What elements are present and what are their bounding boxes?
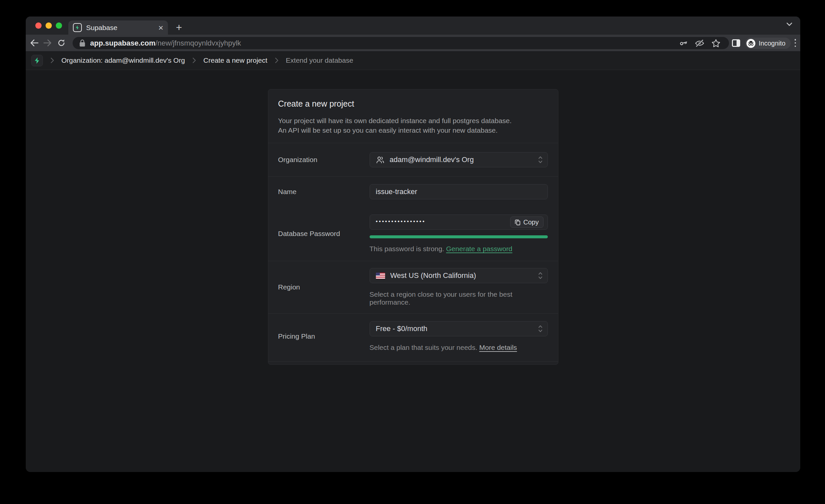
window-minimize-button[interactable] [46, 22, 52, 29]
organization-label: Organization [278, 156, 370, 164]
breadcrumb-item-organization[interactable]: Organization: adam@windmill.dev's Org [61, 57, 185, 64]
bookmark-star-icon[interactable] [711, 39, 721, 48]
url-domain: app.supabase.com [90, 39, 155, 47]
select-chevrons-icon [538, 155, 543, 164]
incognito-spy-icon [746, 39, 755, 48]
name-password-section: Name issue-tracker Database Password •••… [268, 176, 558, 261]
password-label: Database Password [278, 230, 370, 238]
breadcrumb-item-extend-database: Extend your database [286, 57, 353, 64]
breadcrumb-chevron-icon [274, 57, 279, 64]
region-label: Region [278, 283, 370, 291]
tab-strip: Supabase × + [26, 16, 800, 34]
copy-icon [515, 219, 520, 225]
incognito-badge[interactable]: Incognito [745, 38, 791, 49]
card-footer: Cancel You can rename your project later… [268, 362, 558, 365]
card-description-line1: Your project will have its own dedicated… [278, 116, 548, 126]
password-strength-bar [370, 235, 548, 238]
browser-tab[interactable]: Supabase × [68, 20, 168, 34]
side-panel-icon[interactable] [732, 39, 740, 47]
back-icon[interactable] [28, 34, 41, 51]
url-path: /new/jfnsmqoynldvxjyhpylk [155, 39, 241, 47]
forward-icon[interactable] [41, 34, 54, 51]
password-strength-text: This password is strong. [370, 245, 444, 253]
pricing-helper: Select a plan that suits your needs. Mor… [370, 344, 548, 352]
page-title: Create a new project [278, 99, 548, 109]
supabase-favicon-icon [73, 23, 82, 32]
lock-icon [79, 39, 85, 47]
more-details-link[interactable]: More details [479, 344, 517, 351]
page-content: Create a new project Your project will h… [26, 70, 800, 472]
pricing-section: Pricing Plan Free - $0/month Select a pl… [268, 313, 558, 362]
browser-window: Supabase × + app.supabase. [26, 16, 800, 472]
supabase-logo-icon[interactable] [31, 55, 43, 66]
window-close-button[interactable] [35, 22, 42, 29]
pricing-helper-text: Select a plan that suits your needs. [370, 344, 477, 351]
organization-select[interactable]: adam@windmill.dev's Org [370, 152, 548, 167]
screenshot-stage: Supabase × + app.supabase. [0, 0, 825, 504]
url-text: app.supabase.com/new/jfnsmqoynldvxjyhpyl… [90, 39, 241, 48]
copy-label: Copy [523, 218, 539, 226]
breadcrumb-chevron-icon [192, 57, 196, 64]
region-select[interactable]: West US (North California) [370, 268, 548, 283]
card-header: Create a new project Your project will h… [268, 89, 558, 143]
incognito-label: Incognito [759, 40, 785, 47]
generate-password-link[interactable]: Generate a password [446, 245, 513, 253]
eye-off-icon[interactable] [695, 39, 704, 48]
tab-search-chevron-icon[interactable] [786, 22, 793, 26]
tab-title: Supabase [86, 24, 158, 32]
breadcrumb: Organization: adam@windmill.dev's Org Cr… [26, 51, 800, 70]
password-masked-value: •••••••••••••••• [376, 218, 510, 226]
pricing-label: Pricing Plan [278, 332, 370, 340]
project-name-input[interactable]: issue-tracker [370, 184, 548, 199]
window-zoom-button[interactable] [56, 22, 62, 29]
password-input[interactable]: •••••••••••••••• Copy [370, 215, 548, 230]
region-value: West US (North California) [390, 271, 476, 280]
copy-password-button[interactable]: Copy [510, 217, 543, 228]
pricing-value: Free - $0/month [376, 325, 428, 333]
select-chevrons-icon [538, 271, 543, 280]
breadcrumb-item-create-project[interactable]: Create a new project [203, 57, 267, 64]
omnibox-action-icons [679, 39, 721, 48]
password-helper: This password is strong. Generate a pass… [370, 245, 548, 253]
new-tab-button[interactable]: + [176, 21, 182, 34]
name-label: Name [278, 188, 370, 196]
project-name-value: issue-tracker [376, 188, 418, 196]
pricing-select[interactable]: Free - $0/month [370, 321, 548, 336]
tab-close-icon[interactable]: × [158, 23, 163, 32]
password-key-icon[interactable] [679, 39, 688, 48]
region-helper: Select a region close to your users for … [370, 290, 548, 306]
breadcrumb-chevron-icon [50, 57, 55, 64]
browser-menu-icon[interactable] [793, 39, 798, 47]
select-chevrons-icon [538, 325, 543, 333]
organization-section: Organization adam@windmill.dev's Org [268, 143, 558, 176]
url-bar[interactable]: app.supabase.com/new/jfnsmqoynldvxjyhpyl… [73, 37, 729, 49]
create-project-card: Create a new project Your project will h… [268, 89, 558, 365]
users-icon [376, 156, 384, 164]
region-section: Region West US (North California) Select… [268, 261, 558, 313]
us-flag-icon [376, 273, 385, 279]
card-description-line2: An API will be set up so you can easily … [278, 126, 548, 135]
browser-toolbar: app.supabase.com/new/jfnsmqoynldvxjyhpyl… [26, 34, 800, 51]
reload-icon[interactable] [55, 34, 68, 51]
organization-value: adam@windmill.dev's Org [390, 155, 474, 164]
